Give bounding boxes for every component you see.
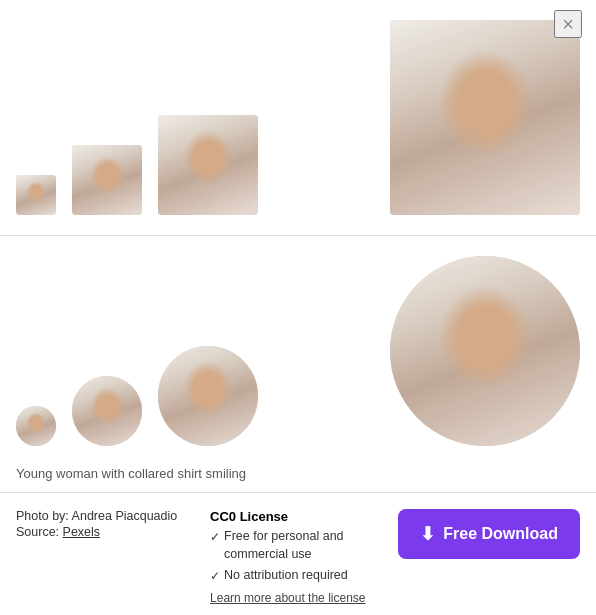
modal-container: × xyxy=(0,0,596,615)
license-item-1-text: Free for personal andcommercial use xyxy=(224,528,344,563)
photo-by-text: Photo by: Andrea Piacquadio xyxy=(16,509,177,523)
thumb-circle-md[interactable] xyxy=(158,346,258,446)
license-item-2: ✓ No attribution required xyxy=(210,567,365,585)
photo-credit: Photo by: Andrea Piacquadio Source: Pexe… xyxy=(16,509,177,539)
circle-preview-section xyxy=(0,236,596,456)
download-icon: ⬇ xyxy=(420,523,435,545)
thumb-square-xs[interactable] xyxy=(16,175,56,215)
check-icon-1: ✓ xyxy=(210,529,220,546)
thumb-square-sm[interactable] xyxy=(72,145,142,215)
check-icon-2: ✓ xyxy=(210,568,220,585)
license-info: CC0 License ✓ Free for personal andcomme… xyxy=(210,509,365,605)
close-button[interactable]: × xyxy=(554,10,582,38)
caption-text: Young woman with collared shirt smiling xyxy=(16,466,246,481)
footer: Photo by: Andrea Piacquadio Source: Pexe… xyxy=(0,493,596,615)
square-thumb-row xyxy=(16,20,580,225)
caption-bar: Young woman with collared shirt smiling xyxy=(0,456,596,493)
download-label: Free Download xyxy=(443,525,558,543)
close-icon: × xyxy=(562,13,574,36)
license-title: CC0 License xyxy=(210,509,365,524)
download-button[interactable]: ⬇ Free Download xyxy=(398,509,580,559)
thumb-square-md[interactable] xyxy=(158,115,258,215)
source-link[interactable]: Pexels xyxy=(63,525,101,539)
source-text: Source: Pexels xyxy=(16,525,177,539)
thumb-circle-sm[interactable] xyxy=(72,376,142,446)
license-item-1: ✓ Free for personal andcommercial use xyxy=(210,528,365,563)
square-preview-section xyxy=(0,0,596,236)
learn-more-link[interactable]: Learn more about the license xyxy=(210,591,365,605)
thumb-circle-xs[interactable] xyxy=(16,406,56,446)
thumb-square-lg[interactable] xyxy=(390,20,580,215)
thumb-circle-lg[interactable] xyxy=(390,256,580,446)
license-item-2-text: No attribution required xyxy=(224,567,348,585)
